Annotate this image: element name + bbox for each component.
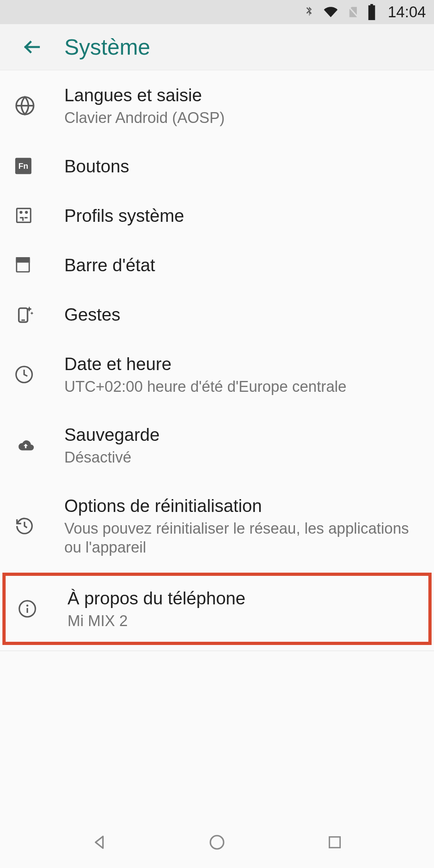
status-bar-icon — [12, 256, 64, 274]
svg-rect-15 — [330, 837, 340, 848]
no-sim-icon — [346, 4, 360, 20]
svg-rect-3 — [17, 209, 31, 223]
divider — [0, 651, 434, 651]
item-title: Sauvegarde — [64, 424, 422, 446]
item-title: À propos du téléphone — [68, 587, 419, 609]
status-bar: 14:04 — [0, 0, 434, 24]
cloud-upload-icon — [12, 436, 64, 454]
page-title: Système — [64, 34, 150, 60]
item-title: Langues et saisie — [64, 84, 422, 106]
item-system-profiles[interactable]: Profils système — [0, 191, 434, 240]
svg-rect-9 — [21, 319, 25, 321]
battery-icon — [367, 4, 377, 20]
item-backup[interactable]: Sauvegarde Désactivé — [0, 410, 434, 481]
item-subtitle: Mi MIX 2 — [68, 612, 419, 631]
settings-list: Langues et saisie Clavier Android (AOSP)… — [0, 70, 434, 651]
fn-key-icon: Fn — [12, 157, 64, 175]
svg-point-4 — [20, 211, 22, 213]
status-time: 14:04 — [388, 4, 426, 21]
item-date-time[interactable]: Date et heure UTC+02:00 heure d'été d'Eu… — [0, 339, 434, 410]
item-reset-options[interactable]: Options de réinitialisation Vous pouvez … — [0, 481, 434, 571]
highlight-about-phone: À propos du téléphone Mi MIX 2 — [2, 573, 432, 645]
item-about-phone[interactable]: À propos du téléphone Mi MIX 2 — [6, 576, 428, 642]
item-title: Gestes — [64, 303, 422, 326]
item-gestures[interactable]: Gestes — [0, 290, 434, 339]
item-subtitle: Désactivé — [64, 448, 422, 467]
svg-rect-7 — [16, 258, 29, 262]
back-button[interactable] — [12, 37, 52, 57]
item-languages-input[interactable]: Langues et saisie Clavier Android (AOSP) — [0, 70, 434, 141]
navigation-bar — [0, 817, 434, 868]
bluetooth-icon — [303, 4, 315, 20]
history-icon — [12, 516, 64, 536]
gestures-icon — [12, 304, 64, 325]
item-title: Barre d'état — [64, 254, 422, 276]
info-icon — [15, 599, 68, 618]
item-status-bar[interactable]: Barre d'état — [0, 240, 434, 290]
nav-recent-button[interactable] — [319, 826, 351, 858]
clock-icon — [12, 365, 64, 384]
item-buttons[interactable]: Fn Boutons — [0, 141, 434, 191]
item-subtitle: UTC+02:00 heure d'été d'Europe centrale — [64, 377, 422, 397]
svg-point-14 — [210, 836, 223, 849]
profiles-icon — [12, 206, 64, 225]
item-subtitle: Vous pouvez réinitialiser le réseau, les… — [64, 519, 422, 557]
item-title: Options de réinitialisation — [64, 495, 422, 517]
globe-icon — [12, 95, 64, 116]
status-icons — [303, 4, 377, 20]
nav-home-button[interactable] — [201, 826, 233, 858]
item-title: Boutons — [64, 155, 422, 177]
item-subtitle: Clavier Android (AOSP) — [64, 108, 422, 128]
svg-point-5 — [26, 211, 27, 213]
wifi-icon — [323, 5, 339, 19]
svg-text:Fn: Fn — [18, 162, 29, 170]
item-title: Date et heure — [64, 353, 422, 375]
item-title: Profils système — [64, 205, 422, 227]
app-header: Système — [0, 24, 434, 70]
nav-back-button[interactable] — [83, 826, 115, 858]
